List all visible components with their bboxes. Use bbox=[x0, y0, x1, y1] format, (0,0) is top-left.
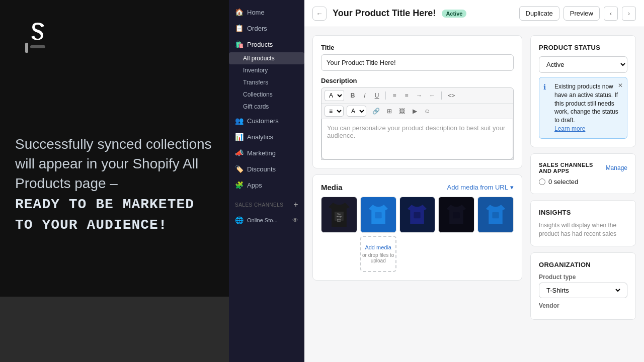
discounts-icon: 🏷️ bbox=[235, 165, 243, 173]
main-content: ← Your Product Title Here! Active Duplic… bbox=[304, 0, 644, 362]
svg-text:here!: here! bbox=[337, 220, 341, 222]
selected-count: 0 selected bbox=[548, 178, 578, 186]
manage-link[interactable]: Manage bbox=[606, 164, 627, 171]
video-button[interactable]: ▶ bbox=[409, 106, 420, 116]
sidebar-item-marketing[interactable]: 📣 Marketing bbox=[229, 145, 304, 161]
title-input[interactable] bbox=[321, 54, 514, 71]
orders-icon: 📋 bbox=[235, 24, 243, 32]
description-label: Description bbox=[321, 77, 514, 84]
center-button[interactable]: ≡ bbox=[401, 90, 412, 101]
drop-files-label: or drop files to upload bbox=[361, 252, 395, 263]
add-media-button[interactable]: Add media or drop files to upload bbox=[360, 236, 396, 272]
sidebar-item-analytics[interactable]: 📊 Analytics bbox=[229, 129, 304, 145]
marketing-icon: 📣 bbox=[235, 149, 243, 157]
product-status-title: Product status bbox=[539, 44, 627, 51]
sales-channels-label: SALES CHANNELS bbox=[235, 202, 283, 208]
sidebar-sub-inventory[interactable]: Inventory bbox=[229, 64, 304, 76]
svg-rect-0 bbox=[25, 43, 28, 53]
sidebar-item-apps[interactable]: 🧩 Apps bbox=[229, 177, 304, 193]
svg-text:goes: goes bbox=[337, 218, 341, 220]
rich-text-editor: A B I U ≡ ≡ → ← <> bbox=[321, 87, 514, 160]
rte-toolbar-row2: ≡ A 🔗 ⊞ 🖼 ▶ ☺ bbox=[321, 104, 513, 119]
underline-button[interactable]: U bbox=[371, 90, 382, 101]
eye-icon[interactable]: 👁 bbox=[292, 217, 298, 224]
content-main: Title Description A B I U bbox=[312, 35, 522, 354]
sidebar-sub-gift-cards[interactable]: Gift cards bbox=[229, 101, 304, 113]
customers-icon: 👥 bbox=[235, 117, 243, 125]
sales-channels-header: SALES CHANNELS AND APPS Manage bbox=[539, 162, 627, 174]
ul-button[interactable]: ≡ bbox=[389, 90, 400, 101]
product-status-card: Product status Active Draft ℹ ✕ Existing… bbox=[530, 35, 636, 147]
font-format-select[interactable]: A bbox=[325, 90, 344, 101]
back-button[interactable]: ← bbox=[312, 7, 327, 21]
table-button[interactable]: ⊞ bbox=[384, 106, 395, 116]
description-input[interactable]: You can personalize your product descrip… bbox=[321, 119, 513, 159]
text-align-select[interactable]: ≡ bbox=[325, 106, 344, 117]
svg-rect-1 bbox=[30, 45, 45, 48]
sidebar-item-online-store[interactable]: 🌐 Online Sto... 👁 bbox=[229, 212, 304, 228]
insights-title: Insights bbox=[539, 209, 627, 216]
insights-card: Insights Insights will display when the … bbox=[530, 200, 636, 247]
sidebar-label-orders: Orders bbox=[247, 25, 267, 32]
sidebar-item-discounts[interactable]: 🏷️ Discounts bbox=[229, 161, 304, 177]
media-item-2[interactable] bbox=[360, 197, 396, 233]
organization-card: Organization Product type T-Shirts Vendo… bbox=[530, 252, 636, 320]
products-icon: 🛍️ bbox=[235, 40, 243, 48]
sidebar-label-online-store: Online Sto... bbox=[247, 217, 278, 223]
media-item-3[interactable] bbox=[399, 197, 436, 233]
sidebar-item-customers[interactable]: 👥 Customers bbox=[229, 113, 304, 129]
sidebar-item-products[interactable]: 🛍️ Products bbox=[229, 36, 304, 52]
close-banner-button[interactable]: ✕ bbox=[618, 81, 623, 90]
indent-button[interactable]: → bbox=[413, 90, 425, 101]
next-button[interactable]: › bbox=[622, 7, 636, 21]
sidebar-sub-all-products[interactable]: All products bbox=[229, 52, 304, 64]
online-store-icon: 🌐 bbox=[235, 216, 243, 224]
media-card: Media Add media from URL ▾ bbox=[312, 174, 522, 281]
svg-text:Your: Your bbox=[337, 213, 341, 215]
info-icon: ℹ bbox=[543, 82, 546, 93]
sidebar-label-customers: Customers bbox=[247, 117, 279, 125]
sidebar-label-marketing: Marketing bbox=[247, 149, 276, 157]
status-select[interactable]: Active Draft bbox=[539, 56, 627, 73]
sidebar-label-discounts: Discounts bbox=[247, 165, 276, 173]
sidebar-label-home: Home bbox=[247, 9, 265, 16]
media-title: Media bbox=[321, 183, 343, 192]
promo-text: Successfully synced collections will app… bbox=[15, 134, 214, 194]
add-channel-icon[interactable]: + bbox=[293, 200, 298, 209]
svg-rect-7 bbox=[375, 212, 381, 218]
image-button[interactable]: 🖼 bbox=[396, 106, 408, 116]
media-item-4[interactable] bbox=[438, 197, 474, 233]
media-item-1[interactable]: Your design goes here! bbox=[321, 197, 357, 233]
sidebar-item-orders[interactable]: 📋 Orders bbox=[229, 20, 304, 36]
product-type-input[interactable]: T-Shirts bbox=[539, 283, 627, 298]
outdent-button[interactable]: ← bbox=[426, 90, 438, 101]
product-type-select[interactable]: T-Shirts bbox=[544, 286, 622, 295]
link-button[interactable]: 🔗 bbox=[369, 106, 383, 116]
sidebar-sub-collections[interactable]: Collections bbox=[229, 88, 304, 101]
sidebar-sub-transfers[interactable]: Transfers bbox=[229, 76, 304, 88]
duplicate-button[interactable]: Duplicate bbox=[519, 6, 559, 21]
learn-more-link[interactable]: Learn more bbox=[554, 125, 585, 132]
sales-channels-card: SALES CHANNELS AND APPS Manage 0 selecte… bbox=[530, 153, 636, 194]
product-details-card: Title Description A B I U bbox=[312, 35, 522, 168]
media-item-5[interactable] bbox=[477, 197, 514, 233]
svg-rect-9 bbox=[453, 212, 460, 218]
add-media-url-link[interactable]: Add media from URL ▾ bbox=[447, 184, 514, 191]
preview-button[interactable]: Preview bbox=[564, 6, 600, 21]
insights-text: Insights will display when the product h… bbox=[539, 221, 627, 238]
italic-button[interactable]: I bbox=[359, 90, 370, 101]
rte-toolbar-row1: A B I U ≡ ≡ → ← <> bbox=[321, 88, 513, 104]
emoji-button[interactable]: ☺ bbox=[421, 106, 433, 116]
media-grid: Your design goes here! bbox=[321, 197, 514, 272]
prev-button[interactable]: ‹ bbox=[604, 7, 618, 21]
text-color-select[interactable]: A bbox=[347, 106, 366, 117]
code-button[interactable]: <> bbox=[445, 90, 458, 101]
analytics-icon: 📊 bbox=[235, 133, 243, 141]
bold-button[interactable]: B bbox=[347, 90, 358, 101]
sales-channel-option: 0 selected bbox=[539, 178, 627, 186]
info-banner: ℹ ✕ Existing products now have an active… bbox=[539, 77, 627, 139]
description-placeholder: You can personalize your product descrip… bbox=[327, 124, 505, 139]
sidebar-item-home[interactable]: 🏠 Home bbox=[229, 4, 304, 20]
channel-radio[interactable] bbox=[539, 178, 545, 185]
svg-text:design: design bbox=[337, 216, 342, 218]
